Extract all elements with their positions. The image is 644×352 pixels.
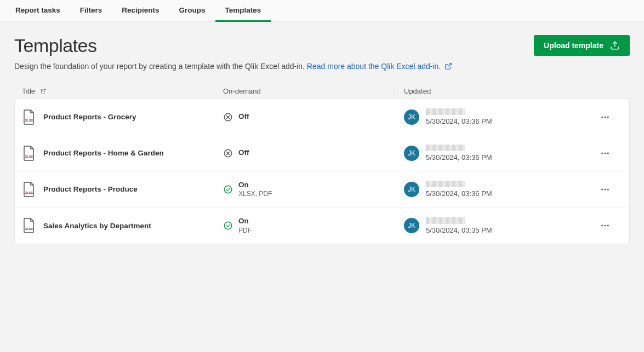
user-name-redacted [426, 108, 465, 115]
ondemand-formats: PDF [238, 227, 252, 234]
tab-report-tasks[interactable]: Report tasks [5, 0, 70, 22]
svg-point-24 [601, 188, 603, 190]
xlsx-file-icon: XLSX [22, 109, 36, 125]
xlsx-file-icon: XLSX [22, 182, 36, 197]
template-title: Product Reports - Produce [43, 185, 138, 193]
cell-ondemand: Off [214, 112, 395, 122]
cell-updated: JK 5/30/2024, 03:36 PM [395, 181, 589, 198]
cell-updated: JK 5/30/2024, 03:36 PM [395, 108, 589, 125]
column-header-ondemand[interactable]: On-demand [214, 87, 395, 95]
user-name-redacted [426, 217, 465, 224]
template-title: Sales Analytics by Department [43, 222, 151, 230]
table-row[interactable]: XLSX Product Reports - Grocery Off JK 5/… [15, 99, 629, 135]
subtitle-text: Design the foundation of your report by … [14, 62, 305, 71]
svg-point-25 [605, 188, 606, 190]
cell-ondemand: On XLSX, PDF [214, 181, 395, 198]
more-horizontal-icon [600, 148, 610, 158]
external-link-icon [444, 62, 452, 70]
cell-title: XLSX Product Reports - Produce [22, 182, 214, 197]
svg-point-30 [601, 225, 603, 227]
page-title: Templates [14, 35, 452, 56]
ondemand-status: On [238, 217, 252, 226]
tabs-bar: Report tasks Filters Recipients Groups T… [0, 0, 644, 22]
cell-updated: JK 5/30/2024, 03:36 PM [395, 145, 589, 161]
updated-timestamp: 5/30/2024, 03:36 PM [426, 189, 492, 198]
cell-updated: JK 5/30/2024, 03:35 PM [395, 217, 589, 234]
tab-filters[interactable]: Filters [70, 0, 112, 22]
ondemand-formats: XLSX, PDF [238, 190, 272, 198]
column-header-title-label: Title [22, 87, 35, 95]
user-name-redacted [426, 145, 465, 151]
updated-timestamp: 5/30/2024, 03:36 PM [426, 153, 492, 161]
avatar: JK [404, 182, 419, 197]
svg-point-19 [605, 152, 606, 154]
cell-actions [589, 109, 622, 125]
avatar: JK [404, 109, 419, 125]
svg-point-32 [607, 225, 609, 227]
updated-timestamp: 5/30/2024, 03:35 PM [426, 226, 492, 234]
tab-templates[interactable]: Templates [215, 0, 271, 22]
more-horizontal-icon [600, 221, 610, 230]
read-more-link-text: Read more about the Qlik Excel add-in. [307, 62, 441, 71]
svg-text:XLSX: XLSX [25, 155, 33, 158]
check-circle-icon [223, 221, 233, 230]
page-header: Templates Design the foundation of your … [0, 22, 644, 79]
cell-actions [589, 145, 622, 161]
svg-point-18 [601, 152, 603, 154]
x-circle-icon [223, 112, 233, 122]
sort-asc-icon [39, 88, 47, 95]
cell-ondemand: Off [214, 148, 395, 158]
tab-recipients[interactable]: Recipients [112, 0, 169, 22]
tab-groups[interactable]: Groups [169, 0, 215, 22]
more-horizontal-icon [600, 112, 610, 122]
svg-point-26 [607, 188, 609, 190]
upload-template-label: Upload template [544, 41, 603, 50]
table-body: XLSX Product Reports - Grocery Off JK 5/… [14, 99, 630, 244]
cell-ondemand: On PDF [214, 217, 395, 234]
cell-title: XLSX Product Reports - Grocery [22, 109, 214, 125]
ondemand-status: On [238, 181, 272, 189]
column-header-title[interactable]: Title [22, 87, 214, 95]
svg-point-23 [224, 186, 232, 193]
upload-template-button[interactable]: Upload template [534, 35, 630, 56]
more-actions-button[interactable] [597, 109, 613, 125]
more-actions-button[interactable] [597, 217, 613, 234]
svg-point-12 [607, 116, 609, 118]
more-horizontal-icon [600, 184, 610, 194]
more-actions-button[interactable] [597, 145, 613, 161]
cell-title: XLSX Sales Analytics by Department [22, 218, 214, 233]
svg-text:XLSX: XLSX [25, 119, 33, 122]
svg-point-29 [224, 222, 232, 229]
table-row[interactable]: XLSX Sales Analytics by Department On PD… [15, 207, 629, 244]
svg-text:XLSX: XLSX [25, 227, 33, 230]
svg-text:XLSX: XLSX [25, 191, 33, 194]
cell-actions [589, 217, 622, 234]
template-title: Product Reports - Home & Garden [43, 149, 164, 157]
check-circle-icon [223, 184, 233, 194]
updated-timestamp: 5/30/2024, 03:36 PM [426, 117, 492, 125]
more-actions-button[interactable] [597, 181, 613, 198]
svg-point-10 [601, 116, 603, 118]
template-title: Product Reports - Grocery [43, 113, 136, 121]
column-header-updated[interactable]: Updated [395, 87, 589, 95]
cell-actions [589, 181, 622, 198]
svg-point-20 [607, 152, 609, 154]
ondemand-status: Off [238, 148, 249, 157]
svg-point-31 [605, 225, 606, 227]
user-name-redacted [426, 181, 465, 187]
xlsx-file-icon: XLSX [22, 218, 36, 233]
table-row[interactable]: XLSX Product Reports - Produce On XLSX, … [15, 171, 629, 207]
page-subtitle: Design the foundation of your report by … [14, 62, 452, 71]
xlsx-file-icon: XLSX [22, 146, 36, 161]
avatar: JK [404, 146, 419, 161]
read-more-link[interactable]: Read more about the Qlik Excel add-in. [307, 62, 452, 71]
x-circle-icon [223, 148, 233, 158]
templates-table: Title On-demand Updated XLSX Product Rep… [14, 84, 630, 244]
table-row[interactable]: XLSX Product Reports - Home & Garden Off… [15, 135, 629, 171]
svg-line-0 [448, 64, 451, 67]
column-headers: Title On-demand Updated [14, 84, 630, 99]
ondemand-status: Off [238, 112, 249, 121]
avatar: JK [404, 218, 419, 233]
svg-point-11 [605, 116, 606, 118]
upload-icon [610, 41, 620, 50]
